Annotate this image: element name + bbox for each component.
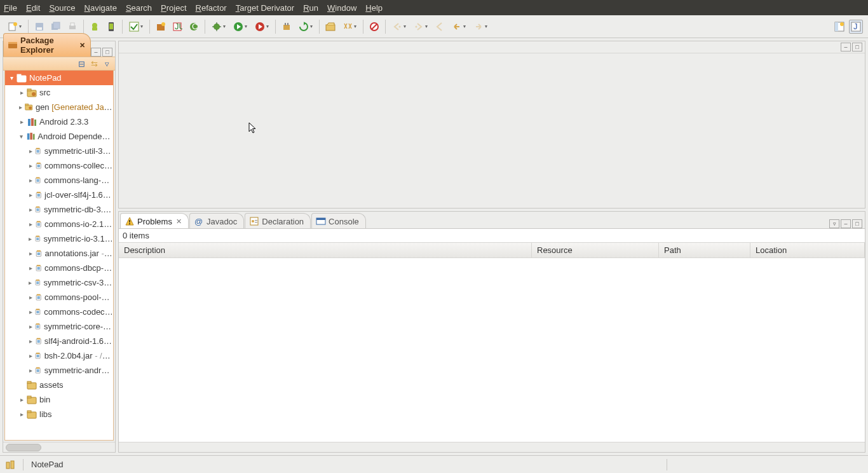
editor-minimize-button[interactable]: – xyxy=(841,43,851,51)
menu-window[interactable]: Window xyxy=(327,3,356,13)
column-description[interactable]: Description xyxy=(119,243,532,257)
tree-item[interactable]: assets xyxy=(5,378,113,392)
column-resource[interactable]: Resource xyxy=(532,243,659,257)
new-wiz-icon[interactable] xyxy=(5,20,24,34)
new-package-icon[interactable] xyxy=(154,20,168,34)
tree-horizontal-scrollbar[interactable] xyxy=(3,442,115,452)
menu-file[interactable]: File xyxy=(4,3,17,13)
tree-item[interactable]: ▸symmetric-android-3.1.4-S xyxy=(5,363,113,378)
expand-closed-icon[interactable]: ▸ xyxy=(28,206,33,213)
print-icon[interactable] xyxy=(65,20,79,34)
collapse-all-icon[interactable]: ⊟ xyxy=(77,59,86,68)
expand-closed-icon[interactable]: ▸ xyxy=(18,104,24,111)
menu-refactor[interactable]: Refactor xyxy=(196,3,227,13)
expand-closed-icon[interactable]: ▸ xyxy=(28,323,33,330)
tree-item[interactable]: ▸slf4j-android-1.6.1-RC1.jar xyxy=(5,334,113,348)
open-type-icon[interactable] xyxy=(323,20,337,34)
tree-item[interactable]: ▾NotePad xyxy=(5,71,113,85)
expand-closed-icon[interactable]: ▸ xyxy=(28,264,34,271)
problems-horizontal-scrollbar[interactable] xyxy=(119,442,865,452)
expand-closed-icon[interactable]: ▸ xyxy=(28,352,33,359)
expand-closed-icon[interactable]: ▸ xyxy=(28,338,34,345)
open-perspective-icon[interactable] xyxy=(832,20,846,34)
tree-item[interactable]: ▸annotations.jar - /opt/sdk/ xyxy=(5,246,113,261)
expand-closed-icon[interactable]: ▸ xyxy=(28,191,34,198)
search-icon[interactable] xyxy=(340,20,359,34)
minimize-view-button[interactable]: – xyxy=(91,48,101,57)
menu-target-derivator[interactable]: Target Derivator xyxy=(236,3,294,13)
column-path[interactable]: Path xyxy=(659,243,750,257)
tree-item[interactable]: ▸gen [Generated Java Files] xyxy=(5,100,113,114)
tree-item[interactable]: ▸symmetric-util-3.1.4-SNAP xyxy=(5,144,113,158)
java-perspective-icon[interactable]: J xyxy=(849,20,863,34)
nav-prev-icon[interactable] xyxy=(433,20,447,34)
view-menu-icon[interactable]: ▿ xyxy=(829,219,839,228)
tree-item[interactable]: ▸symmetric-csv-3.1.4-SNAPS xyxy=(5,275,113,290)
menu-edit[interactable]: Edit xyxy=(26,3,40,13)
stop-icon[interactable] xyxy=(367,20,381,34)
problems-columns[interactable]: DescriptionResourcePathLocation xyxy=(119,242,865,258)
close-icon[interactable]: ✕ xyxy=(79,41,85,50)
expand-closed-icon[interactable]: ▸ xyxy=(18,396,25,403)
problems-tab[interactable]: Problems✕ xyxy=(120,213,189,228)
menu-search[interactable]: Search xyxy=(126,3,152,13)
menu-project[interactable]: Project xyxy=(161,3,186,13)
android-sdk-icon[interactable] xyxy=(88,20,102,34)
update-icon[interactable] xyxy=(296,20,315,34)
view-menu-icon[interactable]: ▿ xyxy=(102,59,111,68)
expand-closed-icon[interactable]: ▸ xyxy=(28,177,33,184)
forward-icon[interactable] xyxy=(471,20,490,34)
maximize-view-button[interactable]: □ xyxy=(852,219,862,228)
expand-closed-icon[interactable]: ▸ xyxy=(28,308,33,315)
expand-closed-icon[interactable]: ▸ xyxy=(18,411,25,418)
tree-item[interactable]: ▸jcl-over-slf4j-1.6.4.jar - /ho xyxy=(5,188,113,202)
junit-icon[interactable]: JU xyxy=(170,20,184,34)
nav-fwd-grp-icon[interactable] xyxy=(411,20,430,34)
package-explorer-tab[interactable]: Package Explorer ✕ xyxy=(3,33,91,57)
tree-item[interactable]: ▸bsh-2.0b4.jar - /home/cshe xyxy=(5,348,113,363)
column-location[interactable]: Location xyxy=(750,243,865,257)
save-all-icon[interactable] xyxy=(49,20,63,34)
ext-tools-icon[interactable] xyxy=(252,20,271,34)
tree-item[interactable]: ▾Android Dependencies xyxy=(5,129,113,144)
close-icon[interactable]: ✕ xyxy=(176,217,182,226)
debug-icon[interactable] xyxy=(209,20,228,34)
menu-source[interactable]: Source xyxy=(49,3,75,13)
maximize-view-button[interactable]: □ xyxy=(102,48,112,57)
tree-item[interactable]: ▸symmetric-db-3.1.4-SNAPS xyxy=(5,202,113,217)
package-explorer-tree[interactable]: ▾NotePad▸src▸gen [Generated Java Files]▸… xyxy=(5,71,113,440)
tree-item[interactable]: ▸libs xyxy=(5,407,113,422)
expand-closed-icon[interactable]: ▸ xyxy=(28,221,34,228)
link-editor-icon[interactable]: ⇆ xyxy=(90,59,98,68)
console-tab[interactable]: Console xyxy=(311,213,366,228)
tree-item[interactable]: ▸commons-io-2.1.jar - /hom xyxy=(5,217,113,231)
menu-run[interactable]: Run xyxy=(303,3,318,13)
nav-back-grp-icon[interactable] xyxy=(390,20,409,34)
expand-closed-icon[interactable]: ▸ xyxy=(28,250,34,257)
tree-item[interactable]: ▸commons-pool-1.5.4.jar - / xyxy=(5,290,113,305)
expand-closed-icon[interactable]: ▸ xyxy=(28,147,33,154)
new-plugin-icon[interactable] xyxy=(280,20,294,34)
tree-item[interactable]: ▸symmetric-io-3.1.4-SNAPSH xyxy=(5,231,113,246)
tree-item[interactable]: ▸commons-dbcp-1.3.jar - /h xyxy=(5,261,113,275)
avd-icon[interactable] xyxy=(104,20,118,34)
declaration-tab[interactable]: Declaration xyxy=(245,213,311,228)
tree-item[interactable]: ▸src xyxy=(5,85,113,100)
new-class-icon[interactable]: C xyxy=(187,20,201,34)
menu-help[interactable]: Help xyxy=(365,3,383,13)
check-icon[interactable] xyxy=(126,20,146,34)
menu-navigate[interactable]: Navigate xyxy=(85,3,117,13)
back-icon[interactable] xyxy=(449,20,468,34)
expand-closed-icon[interactable]: ▸ xyxy=(28,294,34,301)
expand-open-icon[interactable]: ▾ xyxy=(18,133,25,140)
editor-maximize-button[interactable]: □ xyxy=(852,43,862,51)
tree-item[interactable]: ▸commons-codec-1.3.jar - /h xyxy=(5,305,113,319)
tree-item[interactable]: ▸commons-collections-3.2.j xyxy=(5,158,113,173)
expand-open-icon[interactable]: ▾ xyxy=(8,74,15,81)
tree-item[interactable]: ▸commons-lang-2.3.jar - /ho xyxy=(5,173,113,188)
run-icon[interactable] xyxy=(231,20,250,34)
tree-item[interactable]: ▸symmetric-core-3.1.4-SNAP xyxy=(5,319,113,334)
expand-closed-icon[interactable]: ▸ xyxy=(28,367,33,374)
expand-closed-icon[interactable]: ▸ xyxy=(18,118,25,125)
expand-closed-icon[interactable]: ▸ xyxy=(28,235,33,242)
